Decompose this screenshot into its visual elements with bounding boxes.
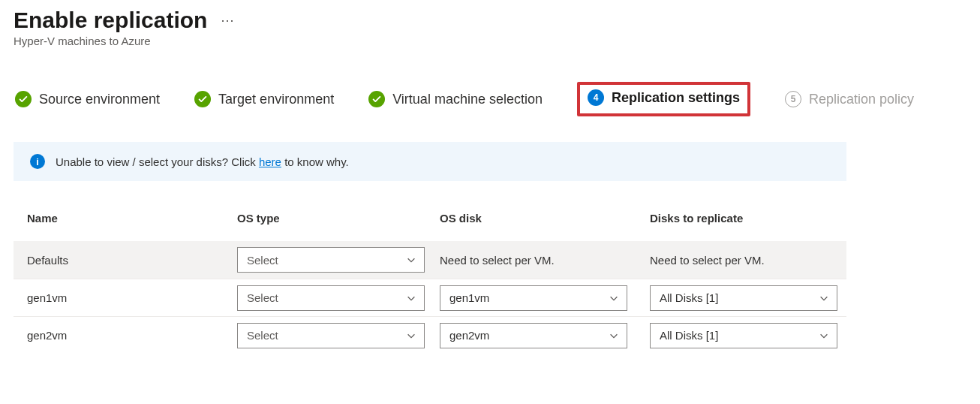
- cell-os-disk: Need to select per VM.: [440, 254, 650, 267]
- more-actions-button[interactable]: ⋯: [221, 12, 235, 29]
- wizard-steps: Source environment Target environment Vi…: [14, 82, 966, 137]
- check-icon: [194, 91, 211, 107]
- os-type-select[interactable]: Select: [237, 285, 425, 311]
- os-disk-select[interactable]: gen2vm: [440, 323, 627, 348]
- step-vm-selection[interactable]: Virtual machine selection: [368, 91, 543, 107]
- col-os-type: OS type: [237, 212, 440, 225]
- step-replication-settings[interactable]: 4 Replication settings: [577, 82, 750, 116]
- table-header-row: Name OS type OS disk Disks to replicate: [14, 204, 846, 241]
- step-label: Source environment: [39, 92, 160, 107]
- table-row: gen1vm Select gen1vm All Disks [1]: [14, 279, 846, 316]
- step-label: Replication policy: [809, 92, 914, 107]
- step-label: Virtual machine selection: [392, 92, 543, 107]
- info-banner: i Unable to view / select your disks? Cl…: [14, 142, 846, 181]
- select-value: gen1vm: [449, 291, 489, 304]
- info-text-b: to know why.: [281, 155, 349, 168]
- chevron-down-icon: [406, 330, 416, 341]
- disks-select[interactable]: All Disks [1]: [650, 323, 837, 348]
- table-row-defaults: Defaults Select Need to select per VM. N…: [14, 241, 846, 279]
- table-row: gen2vm Select gen2vm All Disks [1]: [14, 316, 846, 354]
- check-icon: [368, 91, 385, 107]
- defaults-os-type-select[interactable]: Select: [237, 247, 425, 273]
- chevron-down-icon: [819, 330, 829, 341]
- chevron-down-icon: [609, 293, 619, 303]
- disks-select[interactable]: All Disks [1]: [650, 285, 837, 311]
- page-subtitle: Hyper-V machines to Azure: [14, 35, 966, 47]
- cell-name: Defaults: [27, 254, 237, 267]
- col-name: Name: [27, 212, 237, 225]
- step-label: Target environment: [218, 92, 334, 107]
- select-value: Select: [247, 254, 278, 267]
- cell-name: gen1vm: [27, 291, 237, 304]
- vm-table: Name OS type OS disk Disks to replicate …: [14, 204, 846, 354]
- chevron-down-icon: [406, 255, 416, 265]
- info-text: Unable to view / select your disks? Clic…: [56, 155, 349, 168]
- select-value: All Disks [1]: [660, 291, 718, 304]
- chevron-down-icon: [609, 330, 619, 341]
- col-os-disk: OS disk: [440, 212, 650, 225]
- select-value: Select: [247, 291, 278, 304]
- info-here-link[interactable]: here: [259, 155, 281, 168]
- step-number-icon: 5: [785, 91, 801, 107]
- col-disks: Disks to replicate: [650, 212, 860, 225]
- cell-disks: Need to select per VM.: [650, 254, 860, 267]
- chevron-down-icon: [406, 293, 416, 303]
- select-value: Select: [247, 329, 278, 342]
- chevron-down-icon: [819, 293, 829, 303]
- os-disk-select[interactable]: gen1vm: [440, 285, 627, 311]
- step-target-environment[interactable]: Target environment: [194, 91, 334, 107]
- info-text-a: Unable to view / select your disks? Clic…: [56, 155, 259, 168]
- check-icon: [15, 91, 32, 107]
- os-type-select[interactable]: Select: [237, 323, 425, 348]
- info-icon: i: [30, 154, 45, 169]
- step-replication-policy[interactable]: 5 Replication policy: [785, 91, 914, 107]
- cell-name: gen2vm: [27, 329, 237, 342]
- step-number-icon: 4: [588, 89, 604, 106]
- select-value: gen2vm: [449, 329, 489, 342]
- select-value: All Disks [1]: [660, 329, 718, 342]
- page-title: Enable replication: [14, 8, 207, 33]
- step-label: Replication settings: [612, 90, 740, 106]
- step-source-environment[interactable]: Source environment: [15, 91, 160, 107]
